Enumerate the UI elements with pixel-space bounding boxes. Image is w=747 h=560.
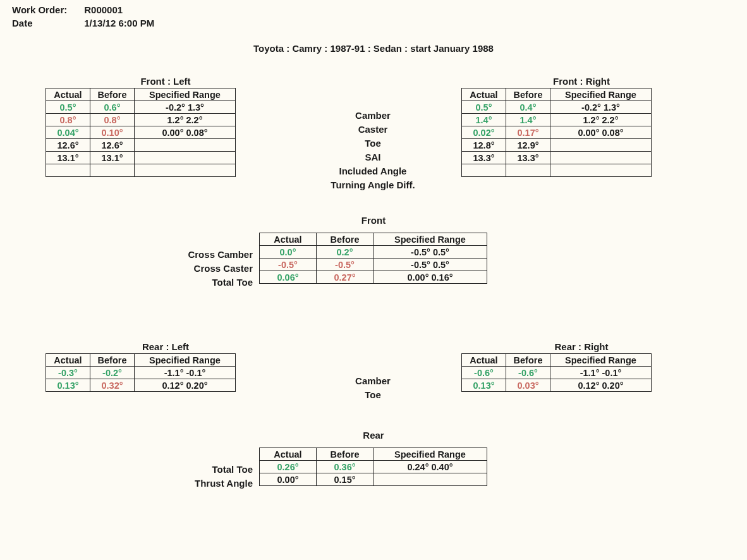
col-actual: Actual (46, 354, 90, 367)
work-order-label: Work Order: (11, 4, 82, 16)
table-row: 0.04°0.10°0.00° 0.08° (46, 126, 236, 139)
cell-actual (462, 164, 506, 177)
work-order-value: R000001 (83, 4, 169, 16)
cell-range (373, 473, 487, 486)
table-row: 0.00°0.15° (260, 473, 487, 486)
col-actual: Actual (462, 354, 506, 367)
table-row: 0.13°0.32°0.12° 0.20° (46, 379, 236, 392)
rear-cross-labels: Total ToeThrust Angle (114, 463, 253, 490)
cell-range (550, 164, 652, 177)
cell-before: 12.9° (506, 139, 550, 152)
row-label: Camber (303, 109, 442, 123)
row-label: Toe (303, 137, 442, 150)
rear-cross-table: Actual Before Specified Range 0.26°0.36°… (259, 447, 487, 486)
col-before: Before (506, 354, 550, 367)
cell-actual: 13.1° (46, 152, 90, 164)
table-row: 0.06°0.27°0.00° 0.16° (260, 271, 487, 284)
table-row: -0.5°-0.5°-0.5° 0.5° (260, 259, 487, 271)
cell-before: -0.5° (317, 259, 373, 271)
front-right-block: Front : Right Actual Before Specified Ra… (461, 76, 701, 177)
cell-before: 0.2° (317, 246, 373, 259)
row-label: Total Toe (114, 276, 253, 289)
cell-before: 12.6° (90, 139, 135, 152)
cell-actual: -0.3° (46, 367, 90, 379)
table-row (46, 164, 236, 177)
row-label: Caster (303, 123, 442, 137)
row-label: SAI (303, 150, 442, 164)
col-range: Specified Range (373, 233, 487, 246)
rear-right-block: Rear : Right Actual Before Specified Ran… (461, 341, 701, 392)
rear-left-table: Actual Before Specified Range -0.3°-0.2°… (46, 353, 236, 392)
cell-range: 0.00° 0.16° (373, 271, 487, 284)
table-row: 12.6°12.6° (46, 139, 236, 152)
rear-right-table: Actual Before Specified Range -0.6°-0.6°… (461, 353, 652, 392)
cell-actual: 12.6° (46, 139, 90, 152)
cell-before: 0.4° (506, 101, 550, 114)
rear-left-block: Rear : Left Actual Before Specified Rang… (46, 341, 286, 392)
rear-cross-block: Actual Before Specified Range 0.26°0.36°… (259, 447, 487, 486)
rear-row-labels: CamberToe (303, 374, 442, 402)
cell-range (135, 152, 236, 164)
cell-range: -0.2° 1.3° (550, 101, 652, 114)
cell-before: 0.15° (317, 473, 373, 486)
cell-actual: 0.06° (260, 271, 317, 284)
cell-before: 0.32° (90, 379, 135, 392)
table-row: 13.1°13.1° (46, 152, 236, 164)
row-label: Total Toe (114, 463, 253, 477)
table-row: 1.4°1.4°1.2° 2.2° (462, 114, 652, 126)
cell-before: 0.8° (90, 114, 135, 126)
table-row: 0.5°0.4°-0.2° 1.3° (462, 101, 652, 114)
front-right-title: Front : Right (461, 76, 701, 87)
cell-actual: 0.5° (462, 101, 506, 114)
cell-range (135, 164, 236, 177)
cell-before: 0.10° (90, 126, 135, 139)
cell-before: 0.6° (90, 101, 135, 114)
cell-actual: 0.26° (260, 461, 317, 473)
cell-actual: 1.4° (462, 114, 506, 126)
report-header: Work Order: R000001 Date 1/13/12 6:00 PM (10, 3, 171, 30)
col-range: Specified Range (550, 354, 652, 367)
cell-actual: 0.02° (462, 126, 506, 139)
cell-range: 0.00° 0.08° (135, 126, 236, 139)
table-row: 0.26°0.36°0.24° 0.40° (260, 461, 487, 473)
col-range: Specified Range (135, 88, 236, 101)
col-before: Before (90, 354, 135, 367)
front-center-title: Front (0, 215, 747, 226)
cell-actual: 13.3° (462, 152, 506, 164)
cell-before: 1.4° (506, 114, 550, 126)
cell-actual: 0.13° (46, 379, 90, 392)
cell-before: 0.27° (317, 271, 373, 284)
table-row: 0.5°0.6°-0.2° 1.3° (46, 101, 236, 114)
col-range: Specified Range (550, 88, 652, 101)
cell-range: -0.5° 0.5° (373, 259, 487, 271)
front-cross-table: Actual Before Specified Range 0.0°0.2°-0… (259, 233, 487, 284)
table-row: 0.8°0.8°1.2° 2.2° (46, 114, 236, 126)
cell-before (90, 164, 135, 177)
cell-before (506, 164, 550, 177)
col-actual: Actual (46, 88, 90, 101)
cell-range: -0.2° 1.3° (135, 101, 236, 114)
front-left-table: Actual Before Specified Range 0.5°0.6°-0… (46, 88, 236, 177)
cell-range: -0.5° 0.5° (373, 246, 487, 259)
cell-before: 0.17° (506, 126, 550, 139)
cell-before: 0.03° (506, 379, 550, 392)
cell-before: 13.3° (506, 152, 550, 164)
table-row: 13.3°13.3° (462, 152, 652, 164)
cell-before: -0.2° (90, 367, 135, 379)
row-label: Camber (303, 374, 442, 388)
rear-left-title: Rear : Left (46, 341, 286, 352)
table-row: -0.6°-0.6°-1.1° -0.1° (462, 367, 652, 379)
col-actual: Actual (462, 88, 506, 101)
rear-center-title: Rear (0, 430, 747, 441)
row-label: Toe (303, 388, 442, 402)
table-row: 0.0°0.2°-0.5° 0.5° (260, 246, 487, 259)
col-range: Specified Range (373, 448, 487, 461)
cell-actual: -0.6° (462, 367, 506, 379)
table-row: 0.13°0.03°0.12° 0.20° (462, 379, 652, 392)
cell-actual: 0.13° (462, 379, 506, 392)
vehicle-description: Toyota : Camry : 1987-91 : Sedan : start… (0, 43, 747, 54)
row-label: Thrust Angle (114, 477, 253, 490)
cell-actual: 0.0° (260, 246, 317, 259)
cell-actual: 0.04° (46, 126, 90, 139)
table-row (462, 164, 652, 177)
